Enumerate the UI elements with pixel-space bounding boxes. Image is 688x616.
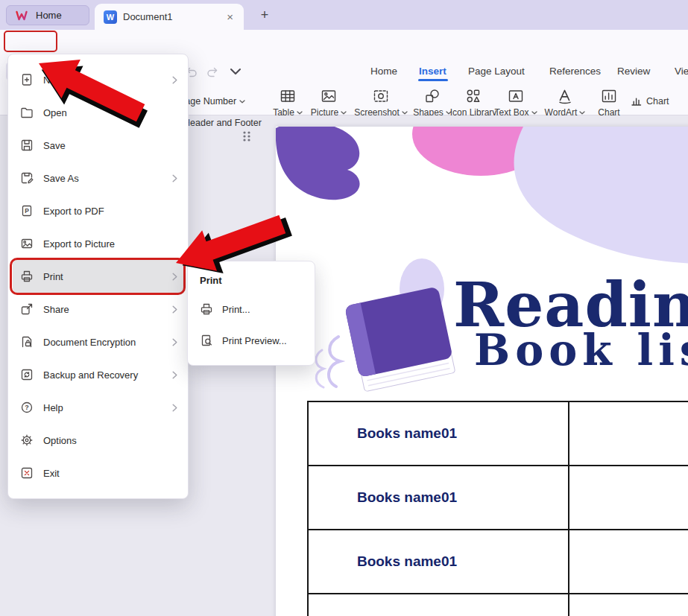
menu-item-export-to-picture[interactable]: Export to Picture: [13, 227, 183, 260]
menu-item-export-to-pdf[interactable]: P Export to PDF: [13, 194, 183, 227]
ribbon-button-screenshot[interactable]: Screenshot: [357, 88, 405, 118]
menu-item-open[interactable]: Open: [13, 96, 183, 129]
submenu-item-print-preview[interactable]: Print Preview...: [188, 325, 315, 356]
tab-close-button[interactable]: ×: [224, 10, 236, 24]
ribbon-button-chart[interactable]: Chart: [631, 95, 669, 107]
new-tab-button[interactable]: +: [256, 7, 273, 23]
home-tab[interactable]: Home: [6, 5, 89, 25]
header-footer-label: Header and Footer: [183, 118, 262, 128]
chevron-right-icon: [172, 404, 177, 412]
chevron-down-icon: [531, 111, 537, 115]
share-icon: [20, 302, 34, 316]
ribbon-tab-insert[interactable]: Insert: [419, 66, 446, 77]
table-cell-empty[interactable]: [569, 466, 688, 529]
ribbon-tab-page-layout[interactable]: Page Layout: [468, 66, 525, 77]
redo-button[interactable]: [206, 64, 221, 79]
backup-icon: [20, 368, 34, 381]
file-menu: New Open Save Save As P Export to PDF Ex…: [7, 54, 189, 499]
menu-item-label: Save: [43, 140, 66, 151]
menu-item-save-as[interactable]: Save As: [13, 162, 183, 194]
print-submenu: Print Print... Print Preview...: [187, 261, 315, 366]
chevron-right-icon: [172, 338, 177, 346]
menu-item-options[interactable]: Options: [13, 424, 183, 457]
menu-item-backup-and-recovery[interactable]: Backup and Recovery: [13, 358, 183, 391]
chevron-right-icon: [172, 305, 177, 314]
menu-item-new[interactable]: New: [13, 63, 183, 96]
menu-item-label: Document Encryption: [43, 337, 136, 348]
drag-handle-icon[interactable]: [242, 130, 252, 143]
table-cell-empty[interactable]: [569, 402, 688, 465]
chevron-right-icon: [172, 174, 177, 182]
customize-toolbar-button[interactable]: [228, 64, 243, 79]
submenu-item-label: Print...: [222, 304, 250, 315]
ribbon-tab-references[interactable]: References: [549, 66, 601, 77]
encryption-icon: [20, 335, 34, 349]
table-row: Books name01: [309, 466, 688, 530]
table-row: Books name01: [309, 530, 688, 594]
ribbon-button-label: Chart: [646, 96, 669, 107]
menu-item-share[interactable]: Share: [13, 293, 183, 326]
menu-item-label: Share: [43, 304, 69, 315]
menu-item-label: New: [43, 74, 63, 86]
ribbon-tab-view[interactable]: View: [675, 66, 688, 77]
table-cell-empty[interactable]: [569, 530, 688, 593]
open-folder-icon: [20, 106, 34, 119]
svg-text:?: ?: [25, 404, 29, 411]
ribbon-button-icon-library[interactable]: Icon Library: [449, 88, 497, 118]
shapes-icon: [424, 88, 441, 104]
document-page[interactable]: Reading Book list Books name01 Books nam…: [276, 127, 688, 616]
menu-item-label: Backup and Recovery: [43, 369, 138, 381]
table-row: [309, 594, 688, 616]
table-cell-empty[interactable]: [569, 594, 688, 616]
ribbon-button-wordart[interactable]: WordArt: [541, 88, 589, 118]
table-cell-book-name[interactable]: Books name01: [309, 466, 569, 529]
menu-item-label: Export to Picture: [43, 238, 115, 250]
window-tab-bar: Home W Document1 × +: [0, 0, 688, 30]
menu-item-label: Export to PDF: [43, 206, 104, 217]
exit-icon: [20, 466, 34, 480]
wps-logo-icon: [16, 10, 29, 21]
print-icon: [20, 270, 34, 283]
ribbon-button-text-box[interactable]: Text Box: [492, 88, 540, 118]
chevron-right-icon: [172, 371, 177, 379]
home-tab-label: Home: [36, 10, 62, 21]
print-icon: [200, 302, 213, 316]
picture-icon: [321, 88, 337, 104]
menu-item-label: Open: [43, 107, 67, 118]
menu-item-help[interactable]: ? Help: [13, 391, 183, 424]
screenshot-icon: [373, 88, 389, 104]
table-cell-book-name[interactable]: [309, 594, 569, 616]
chevron-right-icon: [172, 273, 177, 281]
save-as-icon: [20, 171, 34, 185]
squiggle-decoration: [316, 350, 324, 387]
table-cell-book-name[interactable]: Books name01: [309, 402, 569, 465]
menu-item-save[interactable]: Save: [13, 129, 183, 162]
menu-item-exit[interactable]: Exit: [13, 457, 183, 489]
ribbon-button-page-number[interactable]: Page Number: [179, 96, 245, 107]
purple-blob-shape: [276, 127, 360, 200]
table-cell-book-name[interactable]: Books name01: [309, 530, 569, 593]
chart-library-icon: [601, 88, 617, 104]
ribbon-button-picture[interactable]: Picture: [305, 88, 353, 118]
chart-icon: [631, 95, 642, 107]
lavender-blob-shape: [514, 127, 688, 264]
table-row: Books name01: [309, 402, 688, 466]
svg-text:P: P: [25, 207, 29, 215]
submenu-item-label: Print Preview...: [222, 335, 287, 346]
menu-item-document-encryption[interactable]: Document Encryption: [13, 326, 183, 358]
ribbon-tab-review[interactable]: Review: [617, 66, 650, 77]
chevron-right-icon: [172, 76, 177, 84]
document-subtitle[interactable]: Book list: [474, 325, 688, 375]
submenu-item-print[interactable]: Print...: [188, 293, 315, 325]
chevron-down-icon: [402, 111, 408, 115]
chevron-down-icon: [229, 65, 242, 78]
document-tab[interactable]: W Document1 ×: [95, 4, 244, 30]
menu-item-print[interactable]: Print: [13, 260, 183, 293]
active-tab-underline: [418, 79, 448, 81]
ribbon-button-header-footer[interactable]: Header and Footer: [183, 118, 262, 128]
writer-document-icon: W: [104, 10, 117, 24]
chevron-down-icon: [297, 111, 303, 115]
document-tab-label: Document1: [123, 11, 172, 22]
ribbon-tab-home[interactable]: Home: [370, 66, 397, 77]
redo-icon: [206, 65, 220, 78]
